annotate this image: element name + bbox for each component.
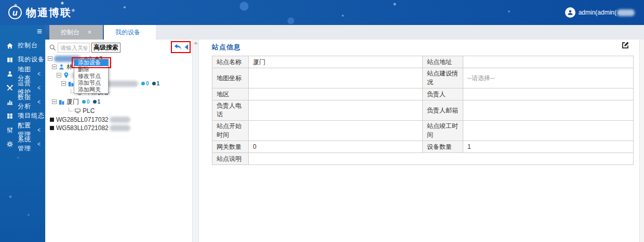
tree-connector bbox=[69, 107, 73, 111]
table-row: 地区 负责人 bbox=[212, 88, 634, 100]
field-value-site-address[interactable] bbox=[463, 56, 634, 68]
sidebar-item-label: 我的设备 bbox=[18, 55, 45, 64]
gear-icon bbox=[6, 141, 14, 148]
tree-node-label: PLC bbox=[83, 107, 95, 114]
field-label: 负责人电话 bbox=[212, 100, 249, 121]
offline-count: 1 bbox=[157, 81, 160, 86]
close-icon[interactable]: × bbox=[88, 29, 91, 36]
maintenance-icon bbox=[6, 84, 14, 92]
edit-pencil-icon[interactable] bbox=[621, 41, 629, 49]
field-value-start-time[interactable] bbox=[249, 121, 423, 141]
sidebar-item-label: 控制台 bbox=[18, 41, 38, 50]
redacted-serial-suffix bbox=[110, 125, 130, 131]
user-menu[interactable]: admin(admin( bbox=[565, 7, 635, 18]
offline-count-dot bbox=[152, 82, 156, 85]
field-value-manager[interactable] bbox=[463, 88, 634, 100]
gateway-icon bbox=[50, 126, 54, 130]
advanced-search-button[interactable]: 高级搜索 bbox=[91, 43, 120, 53]
field-value-site-description[interactable] bbox=[249, 153, 634, 165]
sidebar-item-label: 系统管理 bbox=[18, 135, 37, 153]
table-row: 负责人电话 负责人邮箱 bbox=[212, 100, 634, 121]
brand-name: 物通博联® bbox=[26, 6, 76, 20]
offline-count: 1 bbox=[98, 99, 101, 105]
field-value-completion-time[interactable] bbox=[463, 121, 634, 141]
field-label: 站点名称 bbox=[212, 56, 249, 68]
sidebar-item-system-mgmt[interactable]: 系统管理 < bbox=[0, 137, 45, 151]
sidebar-item-console[interactable]: 控制台 bbox=[0, 39, 45, 53]
menu-item-modify-node[interactable]: 修改节点 bbox=[74, 73, 108, 80]
field-value-manager-email[interactable] bbox=[463, 100, 634, 121]
field-value-region[interactable] bbox=[249, 88, 423, 100]
field-value-gateway-count: 0 bbox=[249, 141, 423, 153]
chevron-icon: < bbox=[37, 141, 41, 147]
collapse-twisty-icon[interactable] bbox=[48, 56, 52, 61]
tree-node-label: WG285LL0717032 bbox=[56, 116, 109, 123]
table-row: 地图坐标 站点建设情况 --请选择-- bbox=[212, 68, 634, 88]
table-row: 网关数量 0 设备数量 1 bbox=[212, 141, 634, 153]
keyword-search-input[interactable] bbox=[58, 43, 90, 53]
tree-scrollbar[interactable] bbox=[192, 40, 199, 242]
collapse-twisty-icon[interactable] bbox=[52, 65, 57, 69]
device-icon bbox=[74, 107, 81, 114]
home-icon bbox=[6, 42, 14, 49]
table-row: 站点说明 bbox=[212, 153, 634, 165]
tab-label: 我的设备 bbox=[115, 29, 140, 36]
collapse-twisty-icon[interactable] bbox=[52, 99, 57, 104]
field-label: 站点建设情况 bbox=[423, 68, 463, 88]
collapse-panel-icon[interactable] bbox=[183, 44, 189, 50]
tree-node-xiamen[interactable]: 厦门 0 1 bbox=[52, 98, 100, 106]
table-row: 站点名称 厦门 站点地址 bbox=[212, 56, 634, 68]
chevron-icon: < bbox=[37, 126, 41, 133]
menu-item-add-gateway[interactable]: 添加网关 bbox=[74, 86, 108, 93]
collapse-twisty-icon[interactable] bbox=[61, 81, 66, 86]
undo-arrow-icon[interactable] bbox=[173, 43, 182, 50]
field-label: 站点竣工时间 bbox=[423, 121, 463, 141]
devices-icon bbox=[6, 56, 14, 63]
tab-label: 控制台 bbox=[61, 29, 79, 36]
menu-item-add-node[interactable]: 添加节点 bbox=[74, 80, 108, 86]
site-info-panel: 站点信息 站点名称 厦门 站点地址 地图坐标 站点 bbox=[199, 40, 644, 242]
tree-node-plc[interactable]: PLC bbox=[69, 107, 95, 114]
sidebar-toggle-icon[interactable]: ≡ bbox=[37, 28, 42, 35]
page-scrollbar[interactable] bbox=[639, 40, 644, 242]
field-value-manager-phone[interactable] bbox=[249, 100, 423, 121]
menu-item-add-device[interactable]: 添加设备 bbox=[74, 59, 108, 66]
field-label: 站点说明 bbox=[212, 153, 249, 165]
sidebar-item-data-analysis[interactable]: 数据分析 < bbox=[0, 95, 45, 109]
field-label: 地图坐标 bbox=[212, 68, 249, 88]
field-label: 负责人邮箱 bbox=[423, 100, 463, 121]
sliders-icon bbox=[6, 126, 14, 134]
chevron-icon: < bbox=[37, 84, 41, 91]
app-window: u 物通博联® admin(admin( ≡ 控制台 我的设备 bbox=[0, 0, 644, 242]
field-value-map-coords[interactable] bbox=[249, 68, 423, 88]
field-label: 负责人 bbox=[423, 88, 463, 100]
brand-logo: u 物通博联® bbox=[8, 6, 76, 20]
tree-node-gateway1[interactable]: WG285LL0717032 bbox=[50, 116, 130, 123]
online-count: 0 bbox=[87, 99, 90, 105]
tab-my-devices[interactable]: 我的设备× bbox=[104, 25, 156, 40]
sidebar-item-label: 数据分析 bbox=[18, 93, 37, 111]
online-count: 0 bbox=[146, 81, 149, 86]
scroll-up-icon[interactable] bbox=[194, 42, 198, 44]
tab-console[interactable]: 控制台× bbox=[49, 25, 103, 40]
field-label: 站点开始时间 bbox=[212, 121, 249, 141]
building-icon bbox=[58, 98, 65, 105]
brand-logo-icon: u bbox=[8, 6, 22, 19]
tree-node-gateway2[interactable]: WG583LL0721082 bbox=[50, 124, 130, 132]
collapse-twisty-icon[interactable] bbox=[57, 73, 61, 78]
tree-node-label: 林 bbox=[66, 62, 73, 71]
menu-item-delete[interactable]: 删除 bbox=[74, 66, 108, 73]
online-count-dot bbox=[141, 82, 145, 85]
gateway-icon bbox=[50, 118, 54, 122]
site-info-table: 站点名称 厦门 站点地址 地图坐标 站点建设情况 --请选择-- 地 bbox=[212, 56, 634, 165]
table-row: 站点开始时间 站点竣工时间 bbox=[212, 121, 634, 141]
field-label: 设备数量 bbox=[423, 141, 463, 153]
field-value-site-name[interactable]: 厦门 bbox=[249, 56, 423, 68]
chevron-icon: < bbox=[37, 98, 41, 105]
registered-mark: ® bbox=[72, 8, 76, 13]
redacted-user-suffix bbox=[617, 9, 635, 16]
offline-count-dot bbox=[93, 100, 97, 104]
field-value-device-count: 1 bbox=[463, 141, 634, 153]
map-person-icon bbox=[6, 70, 14, 78]
field-value-construction-select[interactable]: --请选择-- bbox=[463, 68, 634, 88]
